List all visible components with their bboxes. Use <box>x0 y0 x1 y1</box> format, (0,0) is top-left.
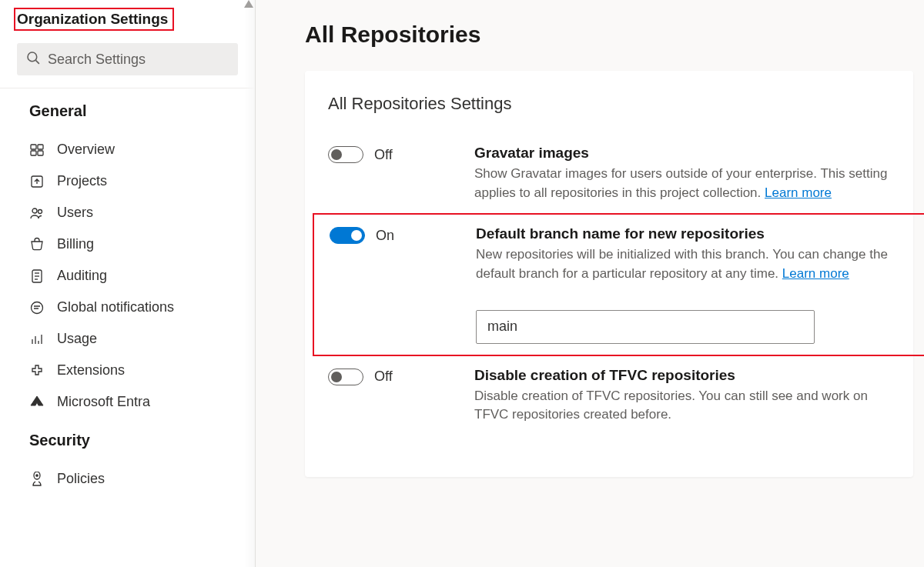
setting-title: Default branch name for new repositories <box>476 225 889 242</box>
toggle-default-branch[interactable] <box>330 227 365 244</box>
setting-desc: New repositories will be initialized wit… <box>476 245 889 283</box>
setting-body: Default branch name for new repositories… <box>476 225 912 343</box>
sidebar-item-projects[interactable]: Projects <box>29 165 255 197</box>
setting-desc: Show Gravatar images for users outside o… <box>474 165 890 202</box>
section-security: Security Policies <box>0 418 255 495</box>
svg-point-13 <box>32 302 43 313</box>
card-title: All Repositories Settings <box>328 94 913 114</box>
projects-icon <box>29 174 45 189</box>
main-content: All Repositories All Repositories Settin… <box>256 0 924 567</box>
sidebar-item-label: Policies <box>57 471 105 487</box>
entra-icon <box>29 395 45 410</box>
svg-point-19 <box>36 474 38 475</box>
setting-title: Disable creation of TFVC repositories <box>474 367 890 384</box>
auditing-icon <box>29 268 45 284</box>
sidebar-item-label: Billing <box>57 236 94 252</box>
sidebar-item-users[interactable]: Users <box>29 197 255 228</box>
sidebar-item-billing[interactable]: Billing <box>29 228 255 260</box>
settings-card: All Repositories Settings Off Gravatar i… <box>305 71 913 477</box>
section-header: General <box>29 102 255 120</box>
learn-more-link[interactable]: Learn more <box>782 266 849 281</box>
search-input[interactable] <box>48 52 229 68</box>
overview-icon <box>29 142 45 158</box>
toggle-label: On <box>376 228 394 244</box>
sidebar-item-label: Global notifications <box>57 299 174 315</box>
svg-rect-4 <box>31 151 36 155</box>
search-box[interactable] <box>17 43 238 75</box>
setting-disable-tfvc: Off Disable creation of TFVC repositorie… <box>328 367 913 446</box>
svg-line-1 <box>35 60 39 64</box>
sidebar-item-label: Users <box>57 205 93 221</box>
sidebar-title: Organization Settings <box>14 8 174 31</box>
setting-gravatar: Off Gravatar images Show Gravatar images… <box>328 145 913 224</box>
learn-more-link[interactable]: Learn more <box>765 185 832 200</box>
svg-rect-5 <box>38 151 43 155</box>
sidebar-item-label: Overview <box>57 142 115 158</box>
svg-point-8 <box>38 209 42 213</box>
scrollbar[interactable] <box>244 0 255 567</box>
toggle-col: Off <box>328 367 474 385</box>
setting-desc-text: Disable creation of TFVC repositories. Y… <box>474 389 868 422</box>
sidebar-item-auditing[interactable]: Auditing <box>29 260 255 292</box>
sidebar-item-policies[interactable]: Policies <box>29 463 255 495</box>
setting-body: Disable creation of TFVC repositories Di… <box>474 367 913 425</box>
toggle-disable-tfvc[interactable] <box>328 369 363 385</box>
svg-point-0 <box>28 52 37 62</box>
sidebar-item-notifications[interactable]: Global notifications <box>29 292 255 323</box>
default-branch-input[interactable] <box>476 310 815 344</box>
toggle-col: On <box>330 225 476 244</box>
usage-icon <box>29 332 45 347</box>
page-title: All Repositories <box>305 22 924 48</box>
scroll-up-arrow-icon <box>244 0 253 8</box>
sidebar: Organization Settings General Overview P… <box>0 0 256 567</box>
svg-rect-2 <box>31 145 36 149</box>
sidebar-item-usage[interactable]: Usage <box>29 323 255 355</box>
toggle-label: Off <box>374 147 393 163</box>
billing-icon <box>29 237 45 252</box>
sidebar-item-label: Usage <box>57 331 97 347</box>
setting-desc: Disable creation of TFVC repositories. Y… <box>474 387 890 425</box>
sidebar-item-overview[interactable]: Overview <box>29 134 255 165</box>
sidebar-item-label: Auditing <box>57 268 107 284</box>
setting-title: Gravatar images <box>474 145 890 162</box>
svg-point-7 <box>32 208 37 213</box>
search-wrap <box>0 37 255 83</box>
section-general: General Overview Projects Users Billing <box>0 88 255 418</box>
sidebar-item-label: Projects <box>57 173 107 189</box>
svg-rect-3 <box>38 145 43 149</box>
section-header: Security <box>29 432 255 449</box>
setting-default-branch: On Default branch name for new repositor… <box>313 213 924 355</box>
toggle-gravatar[interactable] <box>328 146 363 163</box>
toggle-label: Off <box>374 369 393 385</box>
sidebar-title-wrap: Organization Settings <box>0 0 255 37</box>
sidebar-item-label: Microsoft Entra <box>57 394 150 410</box>
sidebar-item-entra[interactable]: Microsoft Entra <box>29 386 255 418</box>
setting-body: Gravatar images Show Gravatar images for… <box>474 145 913 202</box>
sidebar-item-extensions[interactable]: Extensions <box>29 355 255 386</box>
policies-icon <box>29 472 45 487</box>
extensions-icon <box>29 363 45 379</box>
notifications-icon <box>29 300 45 315</box>
users-icon <box>29 205 45 221</box>
sidebar-item-label: Extensions <box>57 362 125 379</box>
search-icon <box>26 51 40 68</box>
toggle-col: Off <box>328 145 474 163</box>
